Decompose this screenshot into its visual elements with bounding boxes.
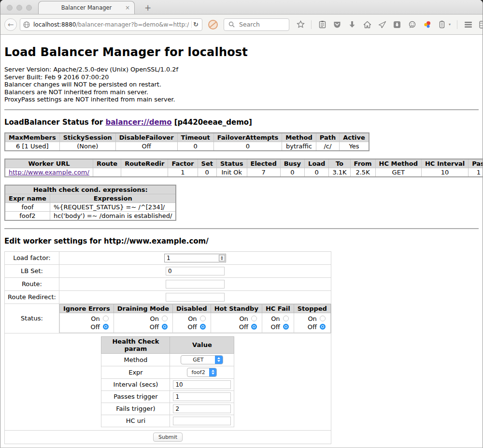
edit-worker-heading: Edit worker settings for http://www.exam…	[4, 237, 479, 246]
load-factor-input[interactable]	[164, 254, 226, 262]
download-box-icon[interactable]	[393, 20, 401, 29]
select-stepper-icon	[215, 355, 223, 364]
form-row-health-check: Health Check param Value Method GET	[5, 333, 331, 430]
divider	[4, 228, 479, 229]
radio-disabled-on[interactable]	[200, 316, 206, 321]
back-button[interactable]: ←	[4, 18, 17, 31]
health-check-expressions-table: Health check cond. expressions: Expr nam…	[4, 185, 176, 221]
downloads-arrow-icon[interactable]	[348, 20, 356, 29]
close-window-button[interactable]	[7, 5, 13, 11]
search-bar[interactable]	[224, 18, 289, 31]
pocket-icon[interactable]	[333, 20, 341, 29]
lb-set-input[interactable]	[166, 267, 225, 275]
reload-icon: ↻	[193, 21, 199, 28]
route-redirect-input[interactable]	[166, 293, 225, 302]
radio-draining-mode-off[interactable]	[162, 324, 168, 330]
back-icon: ←	[8, 20, 14, 29]
worker-row: http://www.example.com/ 1 0 Init Ok 7 0 …	[5, 168, 483, 177]
toolbar-icons: ▾	[296, 20, 483, 29]
home-icon[interactable]	[363, 20, 371, 29]
chat-smiley-icon[interactable]	[408, 20, 416, 29]
status-label: Status:	[5, 303, 59, 333]
table-title-row: Health check cond. expressions:	[5, 185, 176, 194]
form-row-submit: Submit	[5, 430, 331, 444]
zoom-window-button[interactable]	[26, 5, 32, 11]
status-radio-table: Ignore Errors Draining Mode Disabled Hot…	[59, 304, 331, 333]
submit-button[interactable]: Submit	[153, 433, 183, 442]
route-input[interactable]	[166, 280, 225, 289]
load-factor-label: Load factor:	[5, 251, 59, 264]
form-row-route-redirect: Route Redirect:	[5, 290, 331, 303]
route-redirect-label: Route Redirect:	[5, 290, 59, 303]
radio-disabled-off[interactable]	[200, 324, 206, 330]
battery-icon[interactable]	[438, 20, 446, 29]
proxypass-notice-line: ProxyPass settings are NOT inherited fro…	[4, 96, 479, 103]
expr-select[interactable]: foof2	[187, 368, 217, 377]
new-tab-button[interactable]: +	[141, 3, 155, 13]
page-title: Load Balancer Manager for localhost	[4, 45, 479, 59]
menu-hamburger-icon[interactable]	[464, 20, 472, 29]
url-bar[interactable]: localhost:8880/balancer-manager?b=demo&w…	[20, 18, 202, 31]
window-controls	[7, 5, 32, 11]
worker-url-link[interactable]: http://www.example.com/	[9, 169, 89, 176]
radio-stopped-off[interactable]	[320, 324, 326, 330]
radio-stopped-on[interactable]	[320, 316, 326, 321]
tab-bar: Balancer Manager × +	[0, 0, 483, 14]
form-row-lb-set: LB Set:	[5, 264, 331, 277]
fails-input[interactable]	[173, 405, 231, 413]
bookmark-star-icon[interactable]	[296, 20, 305, 29]
method-select[interactable]: GET	[181, 355, 223, 364]
url-text[interactable]: localhost:8880/balancer-manager?b=demo&w…	[33, 21, 189, 28]
passes-input[interactable]	[173, 392, 231, 401]
page-content: Load Balancer Manager for localhost Serv…	[0, 35, 483, 448]
toolbar-separator	[457, 20, 457, 29]
number-spinner-icon[interactable]: ▲▼	[219, 255, 225, 261]
hc-uri-input[interactable]	[173, 417, 231, 425]
reload-button[interactable]: ↻	[191, 21, 200, 28]
lb-set-label: LB Set:	[5, 264, 59, 277]
interval-input[interactable]	[173, 380, 231, 389]
radio-hc-fail-off[interactable]	[283, 324, 289, 330]
server-built-line: Server Built: Feb 9 2016 07:00:20	[4, 73, 479, 81]
radio-hc-fail-on[interactable]	[283, 316, 289, 321]
persist-notice-line: Balancer changes will NOT be persisted o…	[4, 81, 479, 88]
table-row: 6 [1 Used] (None) Off 0 0 bytraffic /c/ …	[5, 142, 369, 151]
balancer-params-table: MaxMembers StickySession DisableFailover…	[4, 132, 369, 151]
balancer-status-heading: LoadBalancer Status for balancer://demo …	[4, 118, 479, 127]
globe-icon	[22, 20, 31, 29]
navigation-toolbar: ← localhost:8880/balancer-manager?b=demo…	[0, 14, 483, 35]
status-radio-row: On Off On Off On Off	[59, 313, 330, 332]
hc-row-interval: Interval (secs)	[101, 378, 234, 390]
dropdown-caret-icon[interactable]: ▾	[449, 22, 451, 27]
tab-title: Balancer Manager	[61, 4, 112, 11]
balancer-demo-link[interactable]: balancer://demo	[105, 118, 171, 127]
tab-close-icon[interactable]: ×	[125, 4, 130, 11]
radio-ignore-errors-on[interactable]	[103, 316, 109, 321]
server-version-line: Server Version: Apache/2.5.0-dev (Unix) …	[4, 66, 479, 73]
hc-row-passes: Passes trigger	[101, 390, 234, 403]
search-icon	[227, 20, 236, 29]
radio-draining-mode-on[interactable]	[162, 316, 168, 321]
tab-grid-icon[interactable]	[479, 20, 483, 29]
colored-dots-icon[interactable]	[423, 20, 431, 29]
browser-window: Balancer Manager × + ← localhost:8880/ba…	[0, 0, 483, 448]
worker-status-table: Worker URL Route RouteRedir Factor Set S…	[4, 159, 483, 177]
search-input[interactable]	[238, 20, 282, 29]
hc-row-expr: Expr foof2	[101, 366, 234, 378]
radio-ignore-errors-off[interactable]	[103, 324, 109, 330]
edit-worker-form: Load factor: ▲▼ LB Set: Route: Route Red…	[4, 251, 331, 444]
form-row-route: Route:	[5, 277, 331, 290]
expr-row: foof %{REQUEST_STATUS} =~ /^[234]/	[5, 202, 176, 211]
send-plane-icon[interactable]	[378, 20, 386, 29]
clipboard-icon[interactable]	[318, 20, 327, 29]
divider	[4, 109, 479, 110]
block-icon[interactable]	[208, 20, 218, 29]
status-header-row: Ignore Errors Draining Mode Disabled Hot…	[59, 304, 330, 313]
radio-hot-standby-off[interactable]	[251, 324, 257, 330]
minimize-window-button[interactable]	[16, 5, 22, 11]
tab-balancer-manager[interactable]: Balancer Manager ×	[38, 1, 135, 14]
health-check-param-table: Health Check param Value Method GET	[101, 336, 234, 427]
table-header-row: MaxMembers StickySession DisableFailover…	[5, 133, 369, 142]
expr-row: foof2 hc('body') =~ /domain is establish…	[5, 211, 176, 220]
radio-hot-standby-on[interactable]	[251, 316, 257, 321]
